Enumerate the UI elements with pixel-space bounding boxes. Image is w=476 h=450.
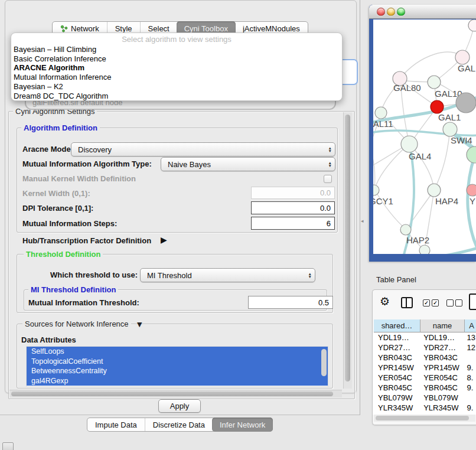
sources-group-title[interactable]: Sources for Network Inference: [22, 319, 131, 328]
mi-threshold-input[interactable]: 0.5: [248, 296, 333, 309]
mi-type-combo[interactable]: Naive Bayes ▲▼: [161, 157, 335, 171]
table-row[interactable]: YDR27…YDR27…12: [374, 343, 476, 353]
table-cell: YER054C: [419, 373, 462, 382]
attribute-item-selected[interactable]: BetweennessCentrality: [27, 366, 328, 376]
data-attributes-list[interactable]: SelfLoops TopologicalCoefficient Between…: [26, 346, 328, 387]
table-cell: YDR27…: [374, 343, 419, 352]
sources-collapse-icon[interactable]: ▼: [137, 321, 142, 328]
network-node[interactable]: [428, 76, 441, 89]
tab-discretize-data[interactable]: Discretize Data: [145, 418, 213, 431]
table-cell: YBR045C: [374, 383, 419, 392]
hub-expand-icon[interactable]: ▶: [161, 235, 167, 244]
columns-icon[interactable]: [401, 297, 413, 308]
network-edge: [373, 149, 375, 190]
table-cell: YBR043C: [419, 353, 462, 362]
dpi-tolerance-input[interactable]: 0.0: [251, 201, 335, 214]
network-node-label: GAL1: [438, 112, 461, 122]
checked-checkbox-icon[interactable]: ✓: [423, 299, 430, 306]
aracne-mode-combo[interactable]: Discovery ▲▼: [71, 142, 335, 156]
kernel-width-input: 0.0: [251, 187, 335, 199]
network-canvas[interactable]: GALGAL80GAL10GAL1GAL11SWI4GAL4GCY1HAP4YH…: [373, 19, 476, 254]
window-minimize-button[interactable]: [387, 8, 395, 16]
attribute-item-selected[interactable]: SelfLoops: [27, 347, 328, 357]
apply-button[interactable]: Apply: [158, 399, 201, 413]
algorithm-option[interactable]: Mutual Information Inference: [14, 73, 342, 82]
settings-vertical-scrollbar[interactable]: [343, 112, 352, 389]
algorithm-option[interactable]: Bayesian – Hill Climbing: [14, 45, 342, 54]
algorithm-option[interactable]: Basic Correlation Inference: [14, 54, 342, 64]
aracne-mode-label: Aracne Mode:: [22, 145, 73, 154]
algorithm-dropdown-overlay: Select algorithm to view settings Bayesi…: [11, 32, 343, 101]
table-column-header[interactable]: name: [420, 319, 465, 332]
algorithm-option-selected[interactable]: ARACNE Algorithm: [14, 63, 342, 73]
network-node[interactable]: [468, 19, 476, 31]
unchecked-checkbox-icon[interactable]: [455, 299, 462, 306]
unchecked-checkbox-icon[interactable]: [446, 299, 454, 306]
network-node[interactable]: [455, 50, 470, 64]
network-window-titlebar[interactable]: [369, 5, 476, 19]
table-row[interactable]: YBR045CYBR045C9.: [374, 383, 476, 393]
tab-style-label: Style: [115, 24, 132, 33]
combo-spinner-icon: ▲▼: [308, 269, 312, 282]
network-node[interactable]: [419, 245, 430, 254]
network-node[interactable]: [443, 122, 457, 136]
attributes-scrollbar-thumb[interactable]: [321, 349, 327, 376]
manual-kernel-checkbox[interactable]: [324, 175, 332, 183]
table-cell: YLR345W: [374, 403, 419, 412]
algorithm-option[interactable]: Bayesian – K2: [14, 82, 342, 92]
tab-impute-data[interactable]: Impute Data: [87, 418, 145, 431]
settings-horizontal-scrollbar[interactable]: [9, 390, 342, 397]
table-cell: YDL19…: [419, 333, 462, 342]
table-cell: 13: [462, 333, 476, 342]
tab-infer-network[interactable]: Infer Network: [212, 418, 273, 432]
table-column-header[interactable]: shared…: [374, 319, 420, 332]
kernel-width-label: Kernel Width (0,1):: [22, 189, 90, 198]
aracne-mode-value: Discovery: [78, 145, 112, 154]
mi-steps-input[interactable]: 6: [251, 217, 335, 230]
table-horizontal-scrollbar[interactable]: [374, 415, 475, 422]
which-threshold-combo[interactable]: MI Threshold ▲▼: [140, 268, 315, 282]
attribute-item-selected[interactable]: gal4RGexp: [27, 376, 328, 386]
table-cell: YDR27…: [419, 343, 462, 352]
network-node[interactable]: [373, 185, 379, 195]
network-edge: [400, 52, 462, 79]
table-row[interactable]: YBL079WYBL079W: [374, 393, 476, 403]
table-row[interactable]: YPR145WYPR145W9.: [374, 363, 476, 373]
network-node[interactable]: [456, 93, 476, 113]
table-row[interactable]: YDL19…YDL19…13: [374, 332, 476, 343]
window-zoom-button[interactable]: [397, 8, 405, 16]
network-node[interactable]: [467, 184, 476, 196]
gear-icon[interactable]: ⚙: [380, 295, 390, 308]
table-row[interactable]: YLR345WYLR345W9.: [374, 403, 476, 413]
which-threshold-label: Which threshold to use:: [50, 270, 138, 279]
settings-horizontal-scrollbar-thumb[interactable]: [11, 392, 333, 396]
table-column-header[interactable]: A: [465, 319, 476, 332]
table-row[interactable]: YER054CYER054C8.: [374, 373, 476, 383]
checked-checkbox-icon[interactable]: ✓: [432, 299, 439, 306]
attribute-item-selected[interactable]: TopologicalCoefficient: [27, 357, 328, 367]
settings-vertical-scrollbar-thumb[interactable]: [345, 115, 350, 381]
table-panel-title: Table Panel: [376, 275, 416, 284]
tab-discretize-data-label: Discretize Data: [153, 420, 205, 429]
hub-definition-label[interactable]: Hub/Transcription Factor Definition: [22, 236, 151, 245]
panel-splitter-icon[interactable]: ◂: [361, 218, 364, 224]
network-node[interactable]: [431, 100, 444, 113]
table-cell: 12: [462, 343, 476, 352]
window-close-button[interactable]: [377, 8, 385, 16]
table-cell: YER054C: [374, 373, 419, 382]
network-node[interactable]: [428, 184, 441, 197]
network-node[interactable]: [375, 107, 387, 119]
network-node-label: HAP4: [435, 196, 458, 206]
network-node-label: HAP2: [406, 235, 429, 245]
table-horizontal-scrollbar-thumb[interactable]: [376, 416, 469, 420]
table-cell: 9.: [462, 403, 476, 412]
table-row[interactable]: YBR043CYBR043C: [374, 353, 476, 363]
minimized-panel-chip[interactable]: [2, 442, 14, 450]
network-node[interactable]: [400, 224, 411, 235]
algorithm-option[interactable]: Dream8 DC_TDC Algorithm: [14, 92, 342, 101]
network-node[interactable]: [401, 136, 418, 152]
new-table-icon[interactable]: [469, 294, 476, 310]
network-node[interactable]: [467, 146, 476, 163]
combo-spinner-icon: ▲▼: [328, 158, 332, 171]
mi-threshold-group-title: MI Threshold Definition: [28, 285, 118, 294]
